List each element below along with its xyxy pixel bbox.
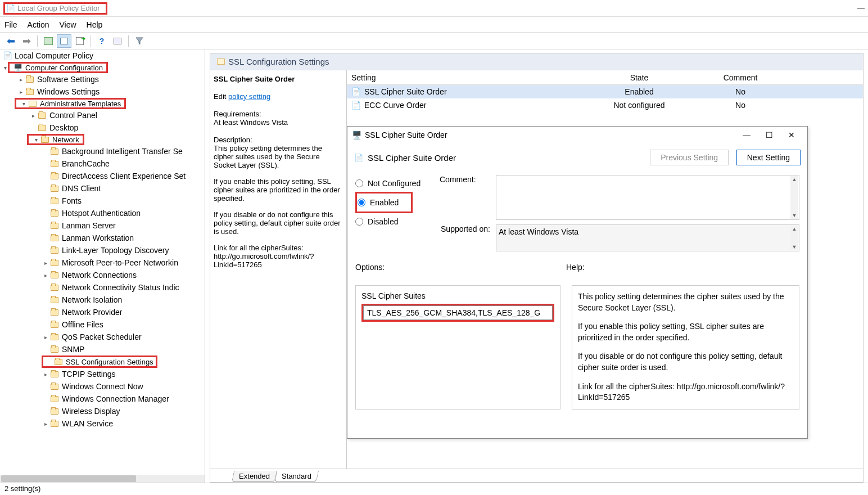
- previous-setting-button[interactable]: Previous Setting: [650, 150, 729, 165]
- chevron-down-icon[interactable]: ▾: [20, 101, 28, 107]
- chevron-down-icon[interactable]: ▾: [0, 65, 8, 71]
- comment-textarea[interactable]: ▲▼: [496, 175, 799, 220]
- radio-not-configured[interactable]: Not Configured: [355, 175, 440, 192]
- tree-ssl-config[interactable]: SSL Configuration Settings: [66, 358, 153, 366]
- help-button[interactable]: ?: [94, 34, 109, 48]
- list-item-state: Enabled: [589, 87, 690, 96]
- scrollbar[interactable]: ▲▼: [790, 226, 798, 250]
- menu-view[interactable]: View: [59, 20, 76, 29]
- edit-policy-link[interactable]: policy setting: [228, 92, 270, 101]
- chevron-right-icon[interactable]: ▸: [42, 421, 49, 427]
- chevron-right-icon[interactable]: ▸: [42, 334, 49, 340]
- radio-enabled[interactable]: Enabled: [358, 194, 399, 211]
- tree-computer-config[interactable]: Computer Configuration: [25, 64, 103, 72]
- tree-item[interactable]: DirectAccess Client Experience Set: [0, 170, 205, 182]
- tree-item[interactable]: SNMP: [0, 343, 205, 356]
- tree-item[interactable]: Windows Connect Now: [0, 380, 205, 393]
- tree-item[interactable]: Offline Files: [0, 318, 205, 331]
- tree-item[interactable]: Lanman Server: [0, 219, 205, 232]
- tree-admin-templates[interactable]: Administrative Templates: [40, 100, 121, 108]
- statusbar: 2 setting(s): [0, 483, 868, 495]
- tree-item[interactable]: Desktop: [0, 122, 205, 134]
- minimize-button[interactable]: —: [857, 4, 865, 12]
- col-setting[interactable]: Setting: [347, 73, 589, 82]
- tree-item[interactable]: Background Intelligent Transfer Se: [0, 145, 205, 158]
- tree-item[interactable]: Wireless Display: [0, 405, 205, 417]
- supported-on-value: At least Windows Vista: [499, 227, 578, 236]
- radio-input[interactable]: [355, 179, 363, 187]
- chevron-right-icon[interactable]: ▸: [42, 371, 49, 377]
- tab-extended[interactable]: Extended: [239, 472, 270, 480]
- up-button[interactable]: [41, 34, 56, 48]
- tree-network[interactable]: Network: [52, 136, 79, 144]
- tree-root[interactable]: 📄 Local Computer Policy: [0, 50, 205, 62]
- scrollbar[interactable]: ▲▼: [790, 176, 798, 219]
- tree-item[interactable]: ▸Microsoft Peer-to-Peer Networkin: [0, 256, 205, 269]
- dialog-close-button[interactable]: ✕: [780, 128, 803, 142]
- app-icon: 📄: [6, 4, 15, 12]
- tree-item-label: Network Isolation: [62, 295, 122, 304]
- chevron-right-icon[interactable]: ▸: [29, 112, 37, 119]
- chevron-right-icon[interactable]: ▸: [42, 260, 49, 266]
- menu-action[interactable]: Action: [28, 20, 49, 29]
- help-p3: If you disable or do not configure this …: [578, 351, 793, 373]
- dialog-maximize-button[interactable]: ☐: [758, 128, 780, 142]
- tree-item[interactable]: Network Connectivity Status Indic: [0, 281, 205, 294]
- tree-item-label: Windows Settings: [37, 87, 100, 96]
- tree-item[interactable]: Network Isolation: [0, 294, 205, 306]
- col-comment[interactable]: Comment: [690, 73, 791, 82]
- tree-item[interactable]: Fonts: [0, 195, 205, 207]
- export-button[interactable]: ➜: [73, 34, 87, 48]
- folder-icon: [49, 370, 60, 379]
- chevron-right-icon[interactable]: ▸: [42, 272, 49, 278]
- properties-button[interactable]: [110, 34, 125, 48]
- back-button[interactable]: ⬅: [3, 34, 18, 48]
- tree-item[interactable]: ▸WLAN Service: [0, 417, 205, 430]
- tree-item[interactable]: ▸ Control Panel: [0, 109, 205, 122]
- tree-item[interactable]: Lanman Workstation: [0, 232, 205, 244]
- menu-file[interactable]: File: [4, 20, 17, 29]
- supported-on-box: At least Windows Vista ▲▼: [496, 224, 799, 251]
- tree-item[interactable]: ▸TCPIP Settings: [0, 368, 205, 380]
- list-item[interactable]: 📄SSL Cipher Suite Order Enabled No: [347, 85, 863, 98]
- tree-item-label: TCPIP Settings: [62, 370, 115, 379]
- tree-item[interactable]: DNS Client: [0, 182, 205, 195]
- tree-item[interactable]: ▸ Windows Settings: [0, 86, 205, 98]
- tree-item-label: Windows Connect Now: [62, 382, 143, 391]
- radio-input[interactable]: [358, 199, 365, 206]
- folder-icon: [49, 283, 60, 292]
- col-state[interactable]: State: [589, 73, 690, 82]
- next-setting-button[interactable]: Next Setting: [736, 150, 801, 165]
- filter-button[interactable]: [132, 34, 147, 48]
- show-hide-tree-button[interactable]: [57, 34, 71, 48]
- menubar: File Action View Help: [0, 17, 868, 33]
- cipher-suites-input[interactable]: [363, 305, 553, 320]
- list-item-comment: No: [690, 101, 791, 110]
- tree-item[interactable]: Windows Connection Manager: [0, 393, 205, 405]
- chevron-right-icon[interactable]: ▸: [17, 76, 25, 83]
- tree-item-label: Microsoft Peer-to-Peer Networkin: [62, 258, 178, 267]
- tree-item[interactable]: BranchCache: [0, 158, 205, 170]
- dialog-minimize-button[interactable]: —: [735, 128, 758, 142]
- radio-input[interactable]: [355, 218, 363, 226]
- tab-standard[interactable]: Standard: [282, 472, 311, 480]
- tree-item[interactable]: Link-Layer Topology Discovery: [0, 244, 205, 256]
- folder-icon: [49, 295, 60, 304]
- tree-item[interactable]: Network Provider: [0, 306, 205, 318]
- status-text: 2 setting(s): [4, 484, 40, 493]
- chevron-down-icon[interactable]: ▾: [32, 137, 40, 143]
- menu-help[interactable]: Help: [87, 20, 103, 29]
- forward-button[interactable]: ➡: [19, 34, 34, 48]
- tree-item[interactable]: ▸ Software Settings: [0, 73, 205, 86]
- tree-item-label: Desktop: [49, 123, 78, 132]
- folder-icon: [49, 147, 60, 156]
- options-panel: SSL Cipher Suites: [355, 285, 560, 410]
- tree-item[interactable]: ▸Network Connections: [0, 269, 205, 281]
- tree-item[interactable]: ▸QoS Packet Scheduler: [0, 331, 205, 343]
- radio-disabled[interactable]: Disabled: [355, 213, 440, 230]
- list-item[interactable]: 📄ECC Curve Order Not configured No: [347, 98, 863, 112]
- tree-item[interactable]: Hotspot Authentication: [0, 207, 205, 219]
- horizontal-scrollbar[interactable]: [0, 475, 205, 483]
- folder-icon: [49, 159, 60, 168]
- chevron-right-icon[interactable]: ▸: [17, 89, 25, 95]
